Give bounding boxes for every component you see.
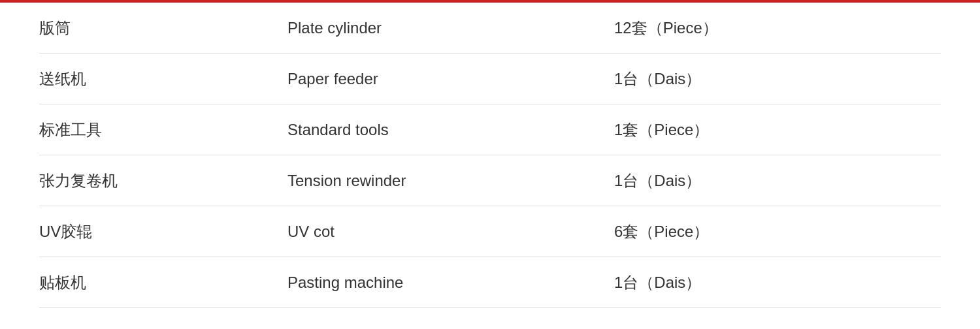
table-row: 版筒Plate cylinder12套（Piece） [39, 3, 941, 54]
cell-english: Plate cylinder [287, 7, 614, 49]
cell-quantity: 1台（Dais） [614, 260, 941, 305]
cell-chinese: 版筒 [39, 6, 287, 50]
cell-english: Paper feeder [287, 58, 614, 100]
cell-quantity: 1台（Dais） [614, 57, 941, 101]
table-container: 版筒Plate cylinder12套（Piece）送纸机Paper feede… [0, 3, 980, 308]
table-row: 送纸机Paper feeder1台（Dais） [39, 54, 941, 104]
cell-english: UV cot [287, 211, 614, 253]
cell-chinese: 张力复卷机 [39, 159, 287, 203]
cell-quantity: 12套（Piece） [614, 6, 941, 50]
cell-english: Tension rewinder [287, 160, 614, 202]
table-row: 标准工具Standard tools1套（Piece） [39, 104, 941, 155]
table-row: 贴板机Pasting machine1台（Dais） [39, 257, 941, 308]
table-row: UV胶辊UV cot6套（Piece） [39, 206, 941, 257]
cell-english: Standard tools [287, 109, 614, 151]
cell-chinese: 标准工具 [39, 108, 287, 152]
cell-chinese: 贴板机 [39, 260, 287, 305]
cell-chinese: 送纸机 [39, 57, 287, 101]
table-row: 张力复卷机Tension rewinder1台（Dais） [39, 155, 941, 206]
cell-quantity: 6套（Piece） [614, 210, 941, 254]
cell-english: Pasting machine [287, 262, 614, 304]
cell-quantity: 1套（Piece） [614, 108, 941, 152]
cell-quantity: 1台（Dais） [614, 159, 941, 203]
cell-chinese: UV胶辊 [39, 210, 287, 254]
